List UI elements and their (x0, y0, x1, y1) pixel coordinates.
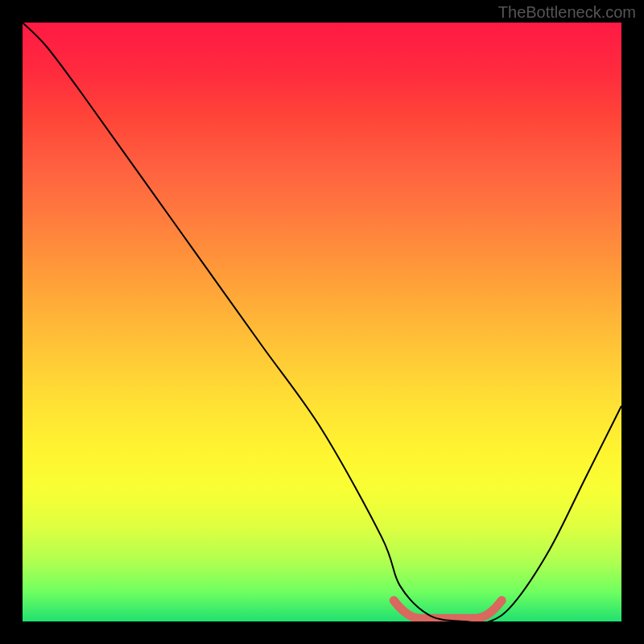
bottleneck-curve-line (23, 23, 621, 621)
chart-plot-area (23, 23, 621, 621)
chart-svg (23, 23, 621, 621)
attribution-text: TheBottleneck.com (498, 3, 636, 22)
highlight-band (394, 601, 502, 618)
